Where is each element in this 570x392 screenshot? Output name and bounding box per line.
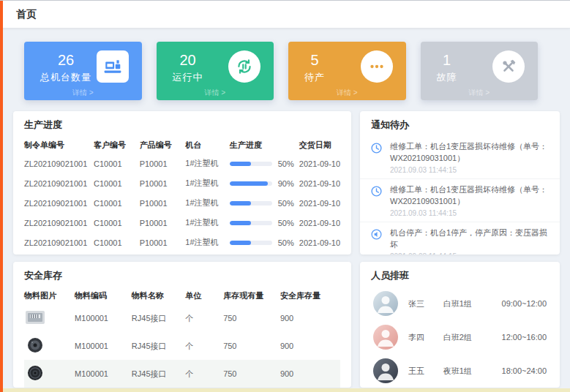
progress-cell: 50% (230, 193, 299, 213)
safety-qty-cell: 900 (280, 332, 340, 360)
staff-name: 张三 (408, 298, 433, 309)
notification-item[interactable]: 机台停产：机台1停产，停产原因：变压器损坏2021.09.03 11:44:15 (360, 222, 560, 255)
notification-time: 2021.09.03 11:44:15 (390, 166, 550, 174)
staff-name: 李四 (408, 332, 433, 343)
date-cell: 2021-09-10 (299, 213, 340, 233)
product-cell: P10001 (140, 193, 186, 213)
material-name-cell: RJ45接口 (132, 304, 185, 332)
col-machine: 机台 (185, 136, 229, 154)
stat-card-fault: 1 故障 详情 > (421, 42, 539, 100)
machine-cell: 1#注塑机 (185, 173, 229, 193)
fault-icon (492, 50, 525, 83)
page-title: 首页 (16, 8, 37, 21)
card-text: 5 待产 (304, 51, 325, 84)
card-detail-link[interactable]: 详情 > (421, 88, 539, 98)
staff-row: 王五夜班1组18:00~24:00 (360, 354, 560, 388)
progress-bar (230, 162, 272, 166)
connector-image (24, 336, 46, 354)
machine-cell: 1#注塑机 (185, 233, 229, 252)
notification-body: 维修工单：机台1变压器损坏待维修（单号：WX202109031001）2021.… (390, 184, 550, 217)
stock-qty-cell: 750 (223, 360, 280, 388)
production-row: ZL202109021001C10001P100011#注塑机50%2021-0… (24, 213, 340, 233)
card-detail-link[interactable]: 详情 > (157, 88, 274, 98)
machine-icon (97, 50, 129, 83)
progress-percent: 50% (278, 219, 294, 227)
inventory-row: M100001RJ45接口个750900 (24, 304, 340, 332)
order-no-cell: ZL202109021001 (24, 233, 94, 252)
production-row: ZL202109021001C10001P100011#注塑机50%2021-0… (24, 233, 340, 252)
production-row: ZL202109021001C10001P100011#注塑机50%2021-0… (24, 154, 340, 173)
card-value: 5 (304, 51, 325, 69)
col-unit: 单位 (185, 287, 223, 304)
material-code-cell: M100001 (75, 332, 132, 360)
inventory-table-body: M100001RJ45接口个750900M100001RJ45接口个750900… (24, 304, 340, 388)
col-material-code: 物料编码 (75, 287, 132, 304)
card-value: 20 (173, 51, 203, 69)
product-cell: P10001 (140, 173, 186, 193)
progress-bar-fill (230, 201, 251, 206)
window-left-edge (0, 1, 3, 392)
production-table-wrap: 制令单编号 客户编号 产品编号 机台 生产进度 交货日期 ZL202109021… (13, 136, 351, 252)
notification-body: 维修工单：机台1变压器损坏待维修（单号：WX202109031001）2021.… (390, 141, 550, 174)
material-name-cell: RJ45接口 (132, 332, 185, 360)
card-value: 1 (437, 51, 457, 69)
col-customer: 客户编号 (94, 136, 140, 154)
production-table: 制令单编号 客户编号 产品编号 机台 生产进度 交货日期 ZL202109021… (24, 136, 340, 252)
notification-text: 机台停产：机台1停产，停产原因：变压器损坏 (390, 227, 550, 251)
card-detail-link[interactable]: 详情 > (24, 88, 142, 98)
notification-body: 机台停产：机台1停产，停产原因：变压器损坏2021.09.03 11:44:15 (390, 227, 550, 255)
production-table-body: ZL202109021001C10001P100011#注塑机50%2021-0… (24, 154, 340, 252)
progress-percent: 50% (278, 199, 294, 208)
col-date: 交货日期 (299, 136, 340, 154)
customer-cell: C10001 (94, 213, 140, 233)
unit-cell: 个 (185, 304, 223, 332)
progress-cell: 50% (230, 154, 299, 173)
customer-cell: C10001 (94, 173, 140, 193)
avatar (373, 291, 398, 316)
material-image-cell (24, 304, 75, 332)
inventory-table: 物料图片 物料编码 物料名称 单位 库存现有量 安全库存量 M100001RJ4… (24, 287, 340, 388)
customer-cell: C10001 (94, 193, 140, 213)
inventory-row: M100001RJ45接口个750900 (24, 332, 340, 360)
notification-item[interactable]: 维修工单：机台1变压器损坏待维修（单号：WX202109031001）2021.… (360, 136, 560, 179)
card-label: 待产 (304, 71, 325, 84)
avatar (373, 358, 398, 383)
progress-cell: 50% (230, 213, 299, 233)
col-material-name: 物料名称 (132, 287, 185, 304)
production-row: ZL202109021001C10001P100011#注塑机90%2021-0… (24, 173, 340, 193)
inventory-row: M100001RJ45接口个750900 (24, 360, 340, 388)
card-value: 26 (40, 51, 91, 69)
stock-qty-cell: 750 (223, 332, 280, 360)
staff-shift: 夜班1组 (443, 366, 492, 377)
card-text: 26 总机台数量 (40, 51, 91, 84)
progress-bar-fill (230, 181, 268, 186)
stock-qty-cell: 750 (223, 304, 280, 332)
progress-bar (230, 181, 272, 186)
material-code-cell: M100001 (75, 304, 132, 332)
stat-card-running: 20 运行中 详情 > (157, 42, 274, 100)
notification-time: 2021.09.03 11:44:15 (390, 209, 550, 217)
staff-time: 09:00~12:00 (502, 299, 547, 308)
production-panel-title: 生产进度 (13, 111, 351, 136)
col-material-image: 物料图片 (24, 287, 75, 304)
material-name-cell: RJ45接口 (132, 360, 185, 388)
production-header-row: 制令单编号 客户编号 产品编号 机台 生产进度 交货日期 (24, 136, 340, 154)
card-detail-link[interactable]: 详情 > (288, 88, 406, 98)
panel-grid: 生产进度 制令单编号 客户编号 产品编号 机台 生产进度 交货日期 ZL2021… (13, 111, 560, 388)
progress-percent: 50% (278, 238, 294, 247)
date-cell: 2021-09-10 (299, 173, 340, 193)
notification-list: 维修工单：机台1变压器损坏待维修（单号：WX202109031001）2021.… (360, 136, 560, 255)
material-image-cell (24, 360, 75, 388)
notification-item[interactable]: 维修工单：机台1变压器损坏待维修（单号：WX202109031001）2021.… (360, 179, 560, 222)
product-cell: P10001 (140, 233, 186, 252)
notification-time: 2021.09.03 11:44:15 (390, 252, 550, 255)
col-product: 产品编号 (140, 136, 186, 154)
col-progress: 生产进度 (230, 136, 299, 154)
notifications-panel: 通知待办 维修工单：机台1变压器损坏待维修（单号：WX202109031001）… (360, 111, 560, 255)
notifications-panel-title: 通知待办 (360, 111, 560, 136)
safety-qty-cell: 900 (280, 304, 340, 332)
progress-bar-fill (230, 221, 251, 225)
staff-row: 李四白班2组12:00~16:00 (360, 320, 560, 354)
customer-cell: C10001 (94, 233, 140, 252)
staff-shift: 白班2组 (443, 332, 492, 343)
